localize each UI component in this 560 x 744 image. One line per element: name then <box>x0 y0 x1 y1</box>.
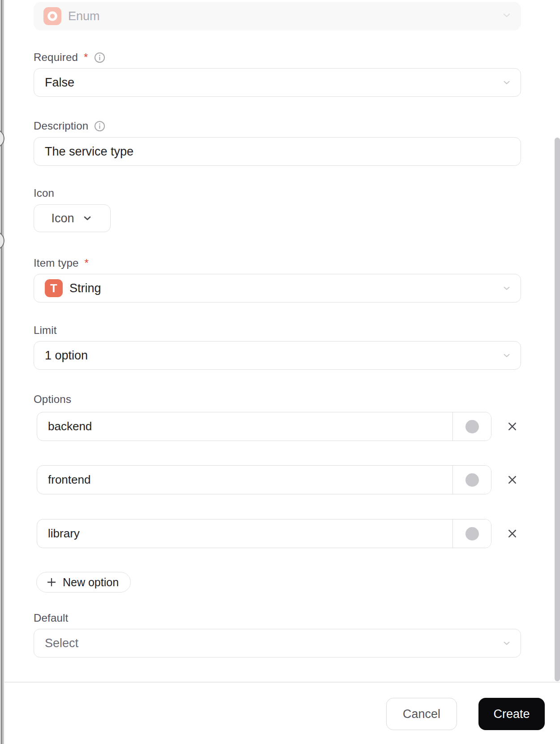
description-input[interactable] <box>34 137 521 166</box>
create-field-dialog: Enum Required* False Descript <box>0 0 560 744</box>
remove-option-button[interactable] <box>503 525 521 543</box>
remove-option-button[interactable] <box>503 471 521 489</box>
options-label: Options <box>34 394 560 405</box>
dialog-footer: Cancel Create <box>0 682 560 744</box>
required-label: Required* <box>34 52 560 63</box>
option-color-picker[interactable] <box>452 519 491 548</box>
chevron-down-icon <box>502 350 512 360</box>
background-circle-button <box>0 231 4 250</box>
icon-label: Icon <box>34 187 560 199</box>
chevron-down-icon <box>501 10 512 22</box>
field-type-value: Enum <box>68 9 100 23</box>
scrollbar-thumb[interactable] <box>555 138 560 681</box>
option-color-picker[interactable] <box>452 466 491 494</box>
color-swatch-icon <box>465 473 479 487</box>
option-row <box>37 412 560 441</box>
option-input-group <box>37 412 491 441</box>
create-button[interactable]: Create <box>478 698 545 730</box>
chevron-down-icon <box>502 638 512 648</box>
plus-icon <box>46 576 57 588</box>
option-row <box>37 465 560 494</box>
enum-icon <box>43 7 61 25</box>
color-swatch-icon <box>465 527 479 541</box>
chevron-down-icon <box>502 283 512 293</box>
option-row <box>37 519 560 548</box>
info-icon[interactable] <box>94 120 106 132</box>
default-select[interactable]: Select <box>34 629 521 657</box>
item-type-select[interactable]: T String <box>34 274 521 303</box>
required-select[interactable]: False <box>34 68 521 97</box>
option-color-picker[interactable] <box>452 412 491 441</box>
field-type-select: Enum <box>34 2 521 30</box>
close-icon <box>506 474 518 486</box>
close-icon <box>506 420 518 433</box>
background-page-edge <box>0 0 4 744</box>
default-label: Default <box>34 612 560 624</box>
item-type-label: Item type* <box>34 257 560 269</box>
required-asterisk: * <box>85 257 89 269</box>
color-swatch-icon <box>465 420 479 433</box>
icon-picker-button[interactable]: Icon <box>34 204 111 232</box>
required-asterisk: * <box>84 51 88 64</box>
cancel-button[interactable]: Cancel <box>386 698 457 730</box>
new-option-button[interactable]: New option <box>36 572 131 593</box>
info-icon[interactable] <box>94 52 106 64</box>
option-name-input[interactable] <box>37 519 452 548</box>
remove-option-button[interactable] <box>503 418 521 436</box>
option-name-input[interactable] <box>37 466 452 494</box>
option-input-group <box>37 519 491 548</box>
option-input-group <box>37 465 491 494</box>
chevron-down-icon <box>502 78 512 87</box>
option-name-input[interactable] <box>37 412 452 441</box>
background-circle-button <box>0 129 4 148</box>
string-type-icon: T <box>45 279 63 297</box>
limit-label: Limit <box>34 324 560 336</box>
description-label: Description <box>34 120 560 132</box>
limit-select[interactable]: 1 option <box>34 341 521 370</box>
chevron-down-icon <box>82 212 93 224</box>
close-icon <box>506 528 518 540</box>
